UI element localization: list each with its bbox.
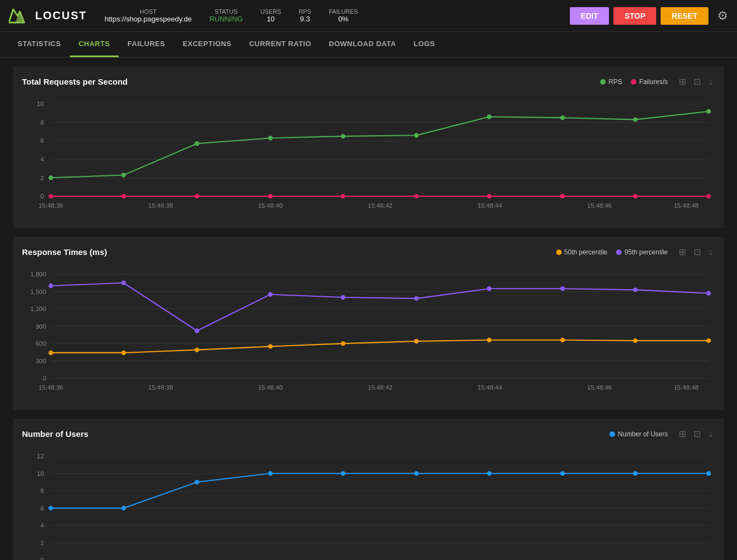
p50-line bbox=[51, 340, 709, 353]
main-content: Total Requests per Second RPS Failures/s… bbox=[0, 58, 737, 560]
svg-text:15:48:38: 15:48:38 bbox=[148, 202, 173, 209]
svg-text:8: 8 bbox=[41, 488, 44, 495]
svg-point-76 bbox=[48, 506, 53, 511]
users-expand-btn[interactable]: ⊞ bbox=[677, 428, 688, 440]
rps-chart-title: Total Requests per Second bbox=[22, 77, 600, 86]
response-chart-svg: 1,800 1,500 1,200 900 600 300 0 bbox=[22, 263, 715, 401]
nav-item-failures[interactable]: FAILURES bbox=[119, 32, 174, 57]
rps-label: RPS bbox=[299, 8, 312, 15]
p95-line bbox=[51, 283, 709, 331]
rps-dot bbox=[414, 133, 419, 137]
response-download-btn[interactable]: ↓ bbox=[706, 246, 715, 258]
users-resize-btn[interactable]: ⊡ bbox=[691, 428, 703, 440]
stop-button[interactable]: STOP bbox=[613, 7, 656, 25]
svg-text:6: 6 bbox=[41, 505, 44, 512]
fail-dot bbox=[414, 194, 419, 198]
rps-dot bbox=[48, 175, 53, 180]
status-label: STATUS bbox=[214, 8, 237, 15]
users-chart-svg: 12 10 8 6 4 2 0 bbox=[22, 445, 715, 560]
rps-group: RPS 9.3 bbox=[299, 8, 312, 23]
svg-text:1,500: 1,500 bbox=[30, 289, 46, 295]
rps-download-btn[interactable]: ↓ bbox=[706, 75, 715, 88]
svg-point-84 bbox=[633, 472, 638, 476]
response-expand-btn[interactable]: ⊞ bbox=[677, 246, 688, 258]
failures-label: FAILURES bbox=[329, 8, 358, 15]
users-chart-actions: ⊞ ⊡ ↓ bbox=[677, 428, 715, 440]
svg-point-42 bbox=[560, 286, 564, 291]
rps-dot bbox=[487, 114, 491, 119]
svg-point-37 bbox=[195, 329, 199, 333]
nav-item-download-data[interactable]: DOWNLOAD DATA bbox=[320, 32, 404, 57]
svg-point-53 bbox=[633, 339, 638, 343]
svg-point-50 bbox=[414, 339, 419, 343]
rps-chart-container: 10 8 6 4 2 0 bbox=[22, 92, 715, 219]
nav-item-statistics[interactable]: STATISTICS bbox=[9, 32, 70, 57]
failures-legend-label: Failures/s bbox=[639, 78, 668, 86]
rps-expand-btn[interactable]: ⊞ bbox=[677, 75, 688, 88]
nav-item-charts[interactable]: CHARTS bbox=[70, 32, 119, 57]
app-name: LOCUST bbox=[35, 9, 87, 22]
svg-point-43 bbox=[633, 287, 638, 292]
host-label: HOST bbox=[140, 8, 157, 15]
response-chart-container: 1,800 1,500 1,200 900 600 300 0 bbox=[22, 263, 715, 401]
svg-text:15:48:44: 15:48:44 bbox=[478, 202, 503, 209]
svg-text:0: 0 bbox=[43, 375, 46, 382]
rps-dot bbox=[341, 134, 345, 138]
svg-point-45 bbox=[48, 351, 53, 355]
svg-text:15:48:38: 15:48:38 bbox=[148, 384, 173, 391]
svg-text:15:48:46: 15:48:46 bbox=[587, 384, 612, 391]
fail-dot bbox=[706, 194, 711, 198]
svg-text:12: 12 bbox=[37, 453, 44, 460]
rps-dot bbox=[121, 173, 126, 177]
svg-text:1,800: 1,800 bbox=[30, 271, 46, 278]
p50-legend-label: 50th percentile bbox=[564, 248, 608, 256]
svg-text:15:48:40: 15:48:40 bbox=[258, 202, 282, 209]
rps-resize-btn[interactable]: ⊡ bbox=[691, 75, 703, 88]
rps-chart-header: Total Requests per Second RPS Failures/s… bbox=[22, 75, 715, 88]
response-chart-legend: 50th percentile 95th percentile bbox=[556, 248, 668, 256]
host-value: https://shop.pagespeedy.de bbox=[104, 15, 192, 23]
nav-item-exceptions[interactable]: EXCEPTIONS bbox=[174, 32, 240, 57]
svg-point-36 bbox=[121, 281, 126, 285]
nav-item-current-ratio[interactable]: CURRENT RATIO bbox=[240, 32, 320, 57]
edit-button[interactable]: EDIT bbox=[570, 7, 609, 25]
svg-point-81 bbox=[414, 472, 419, 476]
users-legend-item: Number of Users bbox=[609, 430, 668, 438]
svg-point-46 bbox=[121, 351, 126, 355]
p50-legend-dot bbox=[556, 249, 562, 255]
svg-text:8: 8 bbox=[41, 119, 44, 126]
svg-point-47 bbox=[195, 348, 199, 352]
rps-dot bbox=[633, 117, 638, 121]
header-buttons: EDIT STOP RESET ⚙ bbox=[570, 7, 728, 25]
users-value: 10 bbox=[267, 15, 274, 23]
host-group: HOST https://shop.pagespeedy.de bbox=[104, 8, 192, 23]
svg-point-82 bbox=[487, 472, 491, 476]
fail-dot bbox=[121, 194, 126, 198]
svg-text:15:48:46: 15:48:46 bbox=[587, 202, 612, 209]
fail-dot bbox=[48, 194, 53, 198]
users-legend-label: Number of Users bbox=[618, 430, 668, 438]
p95-legend-dot bbox=[616, 249, 622, 255]
users-chart-header: Number of Users Number of Users ⊞ ⊡ ↓ bbox=[22, 428, 715, 440]
rps-chart-actions: ⊞ ⊡ ↓ bbox=[677, 75, 715, 88]
users-chart-title: Number of Users bbox=[22, 429, 609, 439]
nav-item-logs[interactable]: LOGS bbox=[405, 32, 444, 57]
response-chart-header: Response Times (ms) 50th percentile 95th… bbox=[22, 246, 715, 258]
failures-legend-dot bbox=[631, 79, 636, 85]
svg-point-52 bbox=[560, 338, 564, 342]
svg-text:15:48:40: 15:48:40 bbox=[258, 384, 282, 391]
users-chart-legend: Number of Users bbox=[609, 430, 668, 438]
reset-button[interactable]: RESET bbox=[661, 7, 708, 25]
svg-text:10: 10 bbox=[37, 101, 44, 107]
rps-line bbox=[51, 112, 709, 178]
response-resize-btn[interactable]: ⊡ bbox=[691, 246, 703, 258]
users-group: USERS 10 bbox=[261, 8, 281, 23]
svg-text:15:48:48: 15:48:48 bbox=[674, 384, 699, 391]
settings-button[interactable]: ⚙ bbox=[717, 9, 728, 23]
rps-chart-section: Total Requests per Second RPS Failures/s… bbox=[13, 66, 724, 228]
svg-point-80 bbox=[341, 472, 345, 476]
svg-point-41 bbox=[487, 286, 491, 291]
svg-text:15:48:42: 15:48:42 bbox=[368, 384, 392, 391]
svg-text:15:48:42: 15:48:42 bbox=[368, 202, 392, 209]
users-download-btn[interactable]: ↓ bbox=[706, 428, 715, 440]
